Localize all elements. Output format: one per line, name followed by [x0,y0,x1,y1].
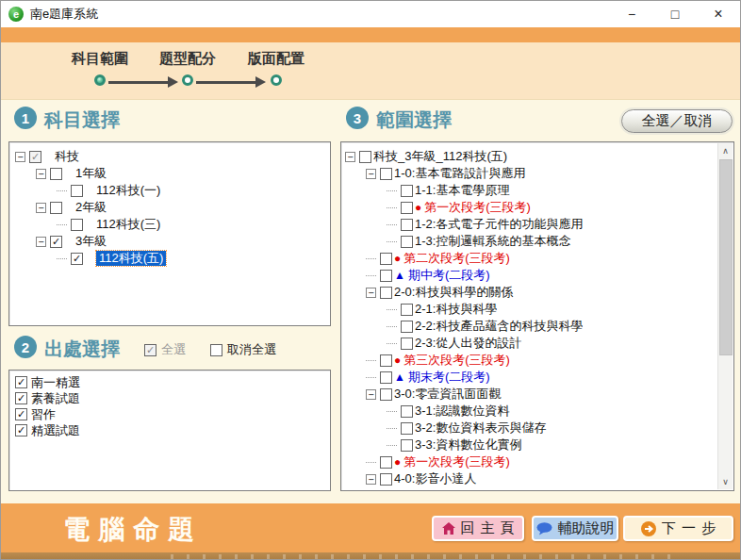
source-label[interactable]: 精選試題 [31,423,80,438]
tree-checkbox[interactable] [380,371,392,384]
source-list-item[interactable]: ✓南一精選 [9,374,330,390]
range-tree-row[interactable]: 1-3:控制邏輯系統的基本概念 [341,233,715,250]
scroll-down-icon[interactable]: ∨ [718,474,733,489]
range-tree-row[interactable]: 1-1:基本電學原理 [341,182,715,199]
tree-checkbox[interactable] [380,354,392,367]
tree-expander-icon[interactable]: − [345,152,355,162]
scrollbar[interactable]: ∧ ∨ [717,143,733,489]
range-tree-row[interactable]: −4-0:影音小達人 [341,470,715,487]
range-tree-row[interactable]: 1-2:各式電子元件的功能與應用 [341,216,715,233]
subject-tree-row[interactable]: 112科技(一) [9,182,330,199]
tree-expander-icon[interactable]: − [366,288,376,298]
tree-checkbox[interactable] [380,253,392,265]
source-checkbox[interactable]: ✓ [15,408,27,420]
tree-label[interactable]: 期末考(二段考) [408,370,490,385]
tree-checkbox[interactable] [401,236,413,248]
source-label[interactable]: 南一精選 [31,375,80,390]
close-button[interactable]: × [697,1,740,27]
tree-checkbox[interactable] [71,219,83,231]
tree-label[interactable]: 3-1:認識數位資料 [415,404,509,419]
step-circle-1-icon[interactable] [94,74,106,86]
tree-label[interactable]: 2-3:從人出發的設計 [415,336,521,351]
range-tree-row[interactable]: −2-0:科技與科學的關係 [341,284,715,301]
tree-checkbox[interactable] [401,304,413,316]
tree-label[interactable]: 1-1:基本電學原理 [415,183,509,198]
range-tree-row[interactable]: 2-2:科技產品蘊含的科技與科學 [341,318,715,335]
maximize-button[interactable]: □ [653,1,697,27]
minimize-button[interactable]: − [610,1,653,27]
tree-expander-icon[interactable]: − [366,169,376,179]
tree-expander-icon[interactable]: − [366,389,376,400]
home-button[interactable]: 回主頁 [432,516,524,541]
tree-checkbox[interactable] [401,202,413,214]
tree-label[interactable]: 1-2:各式電子元件的功能與應用 [415,217,583,232]
scroll-up-icon[interactable]: ∧ [718,143,733,158]
subject-tree-row[interactable]: 112科技(三) [9,216,330,233]
source-list-item[interactable]: ✓精選試題 [9,422,330,438]
tree-checkbox[interactable] [401,338,413,350]
tree-expander-icon[interactable]: − [36,237,46,247]
tree-checkbox[interactable] [380,287,392,299]
tree-checkbox[interactable] [401,185,413,197]
tree-label[interactable]: 2-0:科技與科學的關係 [394,285,513,300]
subject-tree-panel[interactable]: −✓科技−1年級112科技(一)−2年級112科技(三)−✓3年級✓112科技(… [8,141,331,326]
range-tree-row[interactable]: ●第一次段考(三段考) [341,453,715,470]
tree-label[interactable]: 第一次段考(三段考) [403,454,510,469]
tree-checkbox[interactable] [50,168,62,180]
tree-checkbox[interactable] [401,422,413,435]
tree-checkbox[interactable] [401,219,413,231]
tree-label[interactable]: 期中考(二段考) [408,268,490,283]
tree-label[interactable]: 3-2:數位資料表示與儲存 [415,420,546,436]
range-tree-row[interactable]: ●第二次段考(三段考) [341,250,715,267]
tree-checkbox[interactable] [380,456,392,469]
tree-label[interactable]: 112科技(五) [96,251,166,266]
source-checkbox[interactable]: ✓ [15,392,27,404]
deselect-all-checkbox[interactable] [210,344,222,356]
range-tree-row[interactable]: −1-0:基本電路設計與應用 [341,165,715,182]
tree-label[interactable]: 2年級 [75,200,107,215]
source-list-item[interactable]: ✓習作 [9,406,330,422]
source-list-item[interactable]: ✓素養試題 [9,390,330,406]
tree-label[interactable]: 112科技(一) [96,183,160,198]
tree-checkbox[interactable] [380,168,392,180]
tree-label[interactable]: 2-2:科技產品蘊含的科技與科學 [415,319,583,334]
tree-checkbox[interactable] [401,321,413,333]
tree-checkbox[interactable] [380,270,392,282]
scrollbar-thumb[interactable] [719,159,733,355]
tree-expander-icon[interactable]: − [15,152,25,162]
tree-checkbox[interactable] [71,185,83,197]
select-all-toggle-button[interactable]: 全選／取消 [621,109,733,133]
next-step-button[interactable]: 下一步 [623,516,733,541]
source-label[interactable]: 素養試題 [31,391,80,406]
tree-checkbox[interactable]: ✓ [50,236,62,248]
tree-checkbox[interactable] [401,405,413,418]
range-tree-row[interactable]: 2-1:科技與科學 [341,301,715,318]
subject-tree-row[interactable]: −✓3年級 [9,233,330,250]
tree-label[interactable]: 1-0:基本電路設計與應用 [394,166,525,181]
range-tree-row[interactable]: ▲期中考(二段考) [341,267,715,284]
tree-label[interactable]: 1-3:控制邏輯系統的基本概念 [415,234,570,249]
range-tree-row[interactable]: ●第三次段考(三段考) [341,352,715,369]
tree-checkbox[interactable]: ✓ [71,253,83,265]
range-tree-row[interactable]: 3-2:數位資料表示與儲存 [341,420,715,436]
tree-checkbox[interactable] [50,202,62,214]
select-all-checkbox[interactable]: ✓ [144,344,156,356]
tree-label[interactable]: 3年級 [75,234,107,249]
tree-checkbox[interactable] [359,151,371,163]
range-tree-row[interactable]: ▲期末考(二段考) [341,369,715,386]
subject-tree-row[interactable]: −✓科技 [9,148,330,165]
help-button[interactable]: 輔助說明 [532,516,618,541]
tree-label[interactable]: 1年級 [75,166,107,181]
tree-checkbox[interactable] [380,388,392,401]
tree-label[interactable]: 科技_3年級_112科技(五) [373,149,507,164]
source-list-panel[interactable]: ✓南一精選✓素養試題✓習作✓精選試題 [8,370,331,491]
source-checkbox[interactable]: ✓ [15,376,27,388]
tree-label[interactable]: 第二次段考(三段考) [403,251,510,266]
tree-expander-icon[interactable]: − [36,203,46,213]
tree-expander-icon[interactable]: − [366,474,376,485]
tree-label[interactable]: 112科技(三) [96,217,160,232]
subject-tree-row[interactable]: −2年級 [9,199,330,216]
tree-checkbox[interactable]: ✓ [29,151,41,163]
tree-label[interactable]: 第一次段考(三段考) [424,200,531,215]
tree-label[interactable]: 第三次段考(三段考) [403,353,510,368]
